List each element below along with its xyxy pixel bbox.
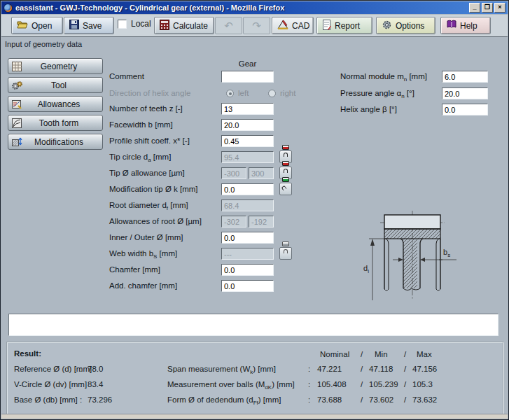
sidebar-label-tooth-form: Tooth form <box>25 118 102 128</box>
tip-circle-label: Tip circle da [mm] <box>109 151 171 163</box>
window-title: eassistant - GWJ-Technology - Cylindrica… <box>15 4 469 12</box>
colon: : <box>308 365 310 373</box>
gears-icon <box>8 80 25 91</box>
profile-shift-label: Profile shift coeff. x* [-] <box>109 135 190 147</box>
slash: / <box>404 396 406 404</box>
root-allowances-label: Allowances of root Ø [µm] <box>109 216 202 227</box>
toolbar: Open Save Local Calculate ↶ ↷ CAD Report… <box>1 15 508 37</box>
sidebar-item-allowances[interactable]: Allowances <box>8 96 103 112</box>
helix-direction-label: Direction of helix angle <box>109 88 190 99</box>
slash: / <box>361 380 363 388</box>
allowances-icon <box>8 99 25 110</box>
mod-tip-input[interactable] <box>221 183 274 195</box>
result-row-value: 73.296 <box>88 396 112 404</box>
result-row-label: Measurement over balls (MdK) [mm] <box>167 380 295 391</box>
result-title: Result: <box>14 349 41 358</box>
help-book-icon <box>446 20 456 31</box>
root-diameter-input <box>221 200 274 211</box>
options-tools-icon <box>382 20 392 32</box>
result-min-value: 105.239 <box>369 380 398 388</box>
grid-icon <box>8 61 25 72</box>
tip-allowance-max-input <box>249 167 274 179</box>
mod-tip-label: Modification tip Ø k [mm] <box>109 183 198 195</box>
cad-ruler-pencil-icon <box>277 20 288 31</box>
teeth-label: Number of teeth z [-] <box>109 103 183 115</box>
report-document-icon <box>322 20 331 32</box>
mod-tip-lock-button[interactable] <box>279 183 292 195</box>
normal-module-label: Normal module mn [mm] <box>340 71 427 83</box>
result-row-value: 83.4 <box>88 380 103 388</box>
open-folder-icon <box>17 20 28 31</box>
tooth-form-icon <box>8 118 25 129</box>
slash: / <box>361 396 363 404</box>
chamfer-input[interactable] <box>221 264 274 276</box>
open-button[interactable]: Open <box>11 17 63 34</box>
local-checkbox-group[interactable]: Local <box>118 19 151 29</box>
cad-label: CAD <box>292 21 309 31</box>
redo-icon: ↷ <box>252 20 261 32</box>
result-nominal-value: 105.408 <box>317 380 347 388</box>
inner-outer-input[interactable] <box>221 232 274 244</box>
sidebar-label-allowances: Allowances <box>25 99 102 109</box>
sidebar-item-modifications[interactable]: Modifications <box>8 134 103 150</box>
helix-left-radio <box>226 90 234 97</box>
result-header-max: Max <box>417 350 432 358</box>
help-button[interactable]: Help <box>440 17 491 34</box>
diagram-di-label: di <box>363 264 369 274</box>
pressure-angle-input[interactable] <box>442 88 488 99</box>
result-max-value: 47.156 <box>412 365 437 373</box>
sidebar-label-modifications: Modifications <box>25 137 102 147</box>
colon: : <box>308 380 310 388</box>
redo-button: ↷ <box>243 17 270 34</box>
facewidth-input[interactable] <box>221 119 274 131</box>
report-button[interactable]: Report <box>316 17 372 34</box>
save-floppy-icon <box>69 20 79 31</box>
cad-button[interactable]: CAD <box>272 17 314 34</box>
result-min-value: 47.118 <box>369 365 393 373</box>
result-max-value: 73.632 <box>412 396 437 404</box>
colon: : <box>80 380 82 388</box>
calculate-button[interactable]: Calculate <box>154 17 214 34</box>
sidebar-item-tooth-form[interactable]: Tooth form <box>8 115 103 131</box>
result-header-sep: / <box>404 350 406 358</box>
result-header-sep: / <box>361 350 363 358</box>
comment-input[interactable] <box>221 71 274 83</box>
sidebar-label-geometry: Geometry <box>25 62 102 71</box>
slash: / <box>404 365 406 373</box>
result-row-value: 78.0 <box>88 365 103 373</box>
inner-outer-label: Inner / Outer Ø [mm] <box>109 232 183 244</box>
maximize-button[interactable]: ❐ <box>482 3 493 13</box>
normal-module-input[interactable] <box>442 71 488 83</box>
add-chamfer-input[interactable] <box>221 280 274 292</box>
options-button[interactable]: Options <box>376 17 435 34</box>
slash: / <box>361 365 363 373</box>
open-label: Open <box>32 21 52 31</box>
sidebar-item-geometry[interactable]: Geometry <box>8 58 103 74</box>
minimize-button[interactable]: _ <box>469 3 480 13</box>
root-diameter-label: Root diameter df [mm] <box>109 200 188 211</box>
facewidth-label: Facewidth b [mm] <box>109 119 173 131</box>
window-bottom-edge <box>1 414 508 419</box>
tip-allowance-min-input <box>221 167 246 179</box>
colon: : <box>308 396 310 404</box>
teeth-input[interactable] <box>221 103 274 115</box>
root-allowance-min-input <box>221 216 246 227</box>
tip-allowance-label: Tip Ø allowance [µm] <box>109 167 185 179</box>
root-allowance-max-input <box>249 216 274 227</box>
gear-column-header: Gear <box>221 59 274 68</box>
slash: / <box>404 380 406 388</box>
result-header-nominal: Nominal <box>320 350 349 358</box>
close-button[interactable]: × <box>494 3 505 13</box>
comment-label: Comment <box>109 71 144 83</box>
helix-angle-input[interactable] <box>442 104 488 115</box>
firefox-icon <box>4 4 13 13</box>
report-label: Report <box>335 21 360 31</box>
save-button[interactable]: Save <box>64 17 114 34</box>
result-row-label: V-Circle Ø (dv) [mm] <box>14 380 87 388</box>
local-checkbox[interactable] <box>118 20 127 29</box>
sidebar-item-tool[interactable]: Tool <box>8 77 103 93</box>
pressure-angle-label: Pressure angle αn [°] <box>340 88 414 99</box>
profile-shift-input[interactable] <box>221 135 274 147</box>
calculate-label: Calculate <box>173 21 208 31</box>
result-nominal-value: 47.221 <box>317 365 342 373</box>
